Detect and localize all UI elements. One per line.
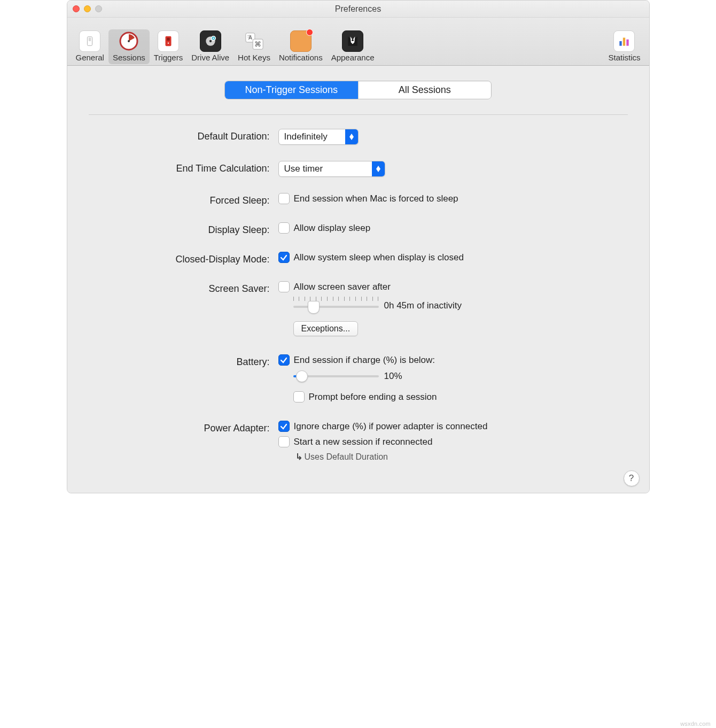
toolbar-label: Statistics <box>608 53 640 62</box>
toolbar-item-statistics[interactable]: Statistics <box>604 29 644 64</box>
session-scope-segmented: Non-Trigger Sessions All Sessions <box>224 81 492 99</box>
svg-point-10 <box>213 37 214 39</box>
battery-threshold-value: 10% <box>384 371 402 382</box>
svg-rect-5 <box>167 38 170 41</box>
forced-sleep-label: Forced Sleep: <box>89 193 278 206</box>
toolbar-item-appearance[interactable]: Appearance <box>327 29 379 64</box>
switch-red-icon <box>158 30 179 52</box>
screen-saver-time-value: 0h 45m of inactivity <box>384 300 462 311</box>
display-sleep-label: Display Sleep: <box>89 222 278 236</box>
battery-end-checkbox[interactable]: End session if charge (%) is below: <box>278 354 435 366</box>
divider <box>89 114 628 115</box>
bar-chart-icon <box>613 30 635 52</box>
popup-value: Indefinitely <box>284 131 345 142</box>
slider-knob[interactable] <box>308 301 320 314</box>
screen-saver-label: Screen Saver: <box>89 281 278 295</box>
power-adapter-label: Power Adapter: <box>89 421 278 434</box>
svg-point-6 <box>168 42 169 43</box>
help-button[interactable]: ? <box>624 470 640 486</box>
toolbar-item-notifications[interactable]: Notifications <box>275 29 327 64</box>
chevron-up-down-icon <box>345 129 358 144</box>
screen-saver-allow-checkbox[interactable]: Allow screen saver after <box>278 281 391 292</box>
keys-icon: A字⌘ <box>244 30 265 52</box>
svg-rect-18 <box>627 40 629 46</box>
tuxedo-icon <box>342 30 363 52</box>
window-controls <box>73 5 102 12</box>
popup-value: Use timer <box>284 164 372 174</box>
toolbar-label: Drive Alive <box>191 53 229 62</box>
battery-threshold-slider[interactable] <box>293 370 379 383</box>
svg-text:字: 字 <box>247 35 251 40</box>
minimize-icon[interactable] <box>84 5 91 12</box>
toolbar-label: Triggers <box>154 53 183 62</box>
screen-saver-exceptions-button[interactable]: Exceptions... <box>293 321 359 336</box>
end-time-calc-label: End Time Calculation: <box>89 161 278 174</box>
zoom-icon[interactable] <box>95 5 102 12</box>
display-sleep-checkbox[interactable]: Allow display sleep <box>278 222 371 234</box>
battery-prompt-checkbox[interactable]: Prompt before ending a session <box>293 391 437 402</box>
checkbox-text: End session if charge (%) is below: <box>294 355 435 366</box>
checkbox-text: End session when Mac is forced to sleep <box>294 193 458 204</box>
drive-icon <box>200 30 221 52</box>
window-title: Preferences <box>335 4 381 14</box>
svg-point-3 <box>128 40 130 42</box>
checkbox-text: Start a new session if reconnected <box>294 437 433 447</box>
checkbox-text: Ignore charge (%) if power adapter is co… <box>294 421 488 432</box>
toolbar: General Sessions Triggers Drive Alive A字… <box>67 18 649 66</box>
notification-icon <box>290 30 312 52</box>
power-adapter-ignore-checkbox[interactable]: Ignore charge (%) if power adapter is co… <box>278 421 488 432</box>
screen-saver-delay-slider[interactable] <box>293 297 379 315</box>
tab-non-trigger-sessions[interactable]: Non-Trigger Sessions <box>225 81 358 99</box>
close-icon[interactable] <box>73 5 80 12</box>
content-pane: Non-Trigger Sessions All Sessions Defaul… <box>67 66 649 493</box>
toolbar-label: Notifications <box>279 53 323 62</box>
button-label: Exceptions... <box>301 324 351 334</box>
checkbox-text: Prompt before ending a session <box>309 392 437 402</box>
toolbar-label: Appearance <box>331 53 375 62</box>
svg-text:⌘: ⌘ <box>254 40 261 48</box>
checkbox-text: Allow system sleep when display is close… <box>294 252 464 263</box>
toolbar-label: General <box>76 53 104 62</box>
end-time-calc-popup[interactable]: Use timer <box>278 161 385 177</box>
tab-all-sessions[interactable]: All Sessions <box>358 81 492 99</box>
titlebar: Preferences <box>67 1 649 18</box>
forced-sleep-checkbox[interactable]: End session when Mac is forced to sleep <box>278 193 458 204</box>
closed-display-checkbox[interactable]: Allow system sleep when display is close… <box>278 252 464 263</box>
badge-icon <box>306 29 313 36</box>
closed-display-label: Closed-Display Mode: <box>89 252 278 265</box>
default-duration-popup[interactable]: Indefinitely <box>278 129 359 145</box>
battery-label: Battery: <box>89 354 278 368</box>
power-adapter-restart-checkbox[interactable]: Start a new session if reconnected <box>278 436 433 447</box>
checkbox-text: Allow display sleep <box>294 223 371 234</box>
toolbar-item-drive-alive[interactable]: Drive Alive <box>187 29 234 64</box>
chevron-up-down-icon <box>372 161 385 176</box>
toolbar-item-triggers[interactable]: Triggers <box>150 29 187 64</box>
svg-rect-1 <box>89 38 91 41</box>
toolbar-label: Sessions <box>113 53 145 62</box>
toolbar-item-general[interactable]: General <box>72 29 108 64</box>
toolbar-item-sessions[interactable]: Sessions <box>108 29 150 64</box>
help-icon: ? <box>629 473 634 484</box>
arrow-return-icon: ↳ <box>295 452 302 461</box>
power-adapter-subnote: ↳Uses Default Duration <box>293 452 388 462</box>
clock-icon <box>118 30 139 52</box>
switch-icon <box>79 30 100 52</box>
svg-rect-16 <box>620 41 622 46</box>
toolbar-item-hot-keys[interactable]: A字⌘ Hot Keys <box>234 29 275 64</box>
toolbar-label: Hot Keys <box>238 53 270 62</box>
checkbox-text: Allow screen saver after <box>294 282 391 292</box>
slider-knob[interactable] <box>296 370 308 382</box>
preferences-window: Preferences General Sessions Triggers D <box>67 0 650 493</box>
svg-rect-17 <box>623 38 625 46</box>
svg-point-8 <box>209 40 211 42</box>
default-duration-label: Default Duration: <box>89 129 278 142</box>
